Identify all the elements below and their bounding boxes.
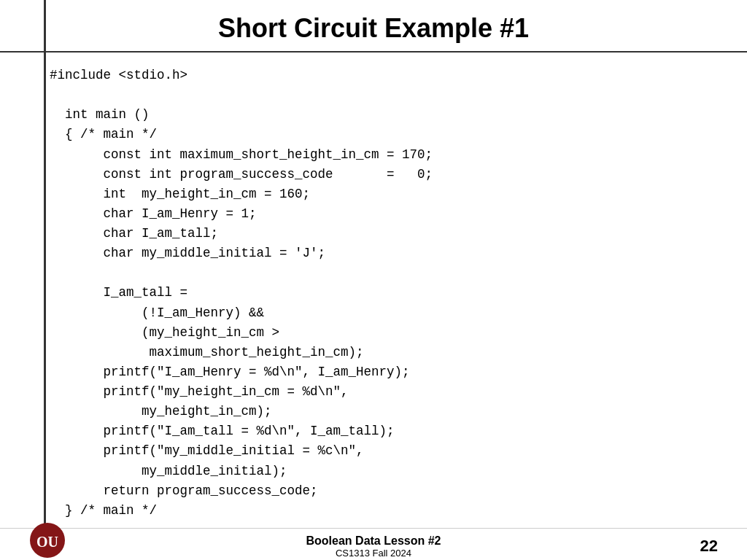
footer-center: Boolean Data Lesson #2 CS1313 Fall 2024 xyxy=(306,534,441,559)
footer-lesson-title: Boolean Data Lesson #2 xyxy=(306,534,441,548)
footer-course: CS1313 Fall 2024 xyxy=(306,548,441,559)
slide-footer: OU Boolean Data Lesson #2 CS1313 Fall 20… xyxy=(0,528,747,560)
slide: Short Circuit Example #1 #include <stdio… xyxy=(0,0,747,560)
ou-logo: OU xyxy=(29,522,66,559)
slide-header: Short Circuit Example #1 xyxy=(0,0,747,52)
svg-text:OU: OU xyxy=(36,533,58,549)
slide-content: #include <stdio.h> int main () { /* main… xyxy=(0,52,747,528)
slide-title: Short Circuit Example #1 xyxy=(44,13,703,44)
code-block: #include <stdio.h> int main () { /* main… xyxy=(44,66,703,521)
page-number: 22 xyxy=(700,537,718,556)
